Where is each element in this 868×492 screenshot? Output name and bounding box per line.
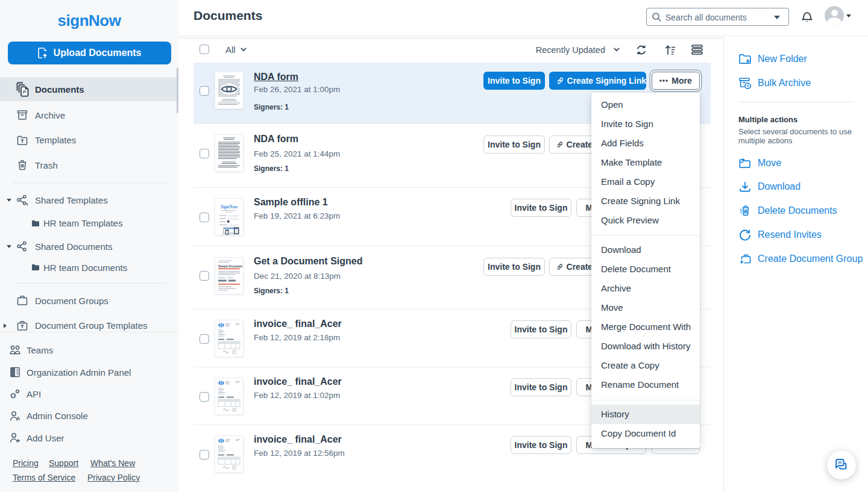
svg-text:Sample Document: Sample Document bbox=[218, 264, 243, 267]
svg-text:T: T bbox=[26, 203, 28, 207]
svg-text:SignNow: SignNow bbox=[221, 204, 238, 210]
svg-text:A: A bbox=[16, 415, 20, 421]
